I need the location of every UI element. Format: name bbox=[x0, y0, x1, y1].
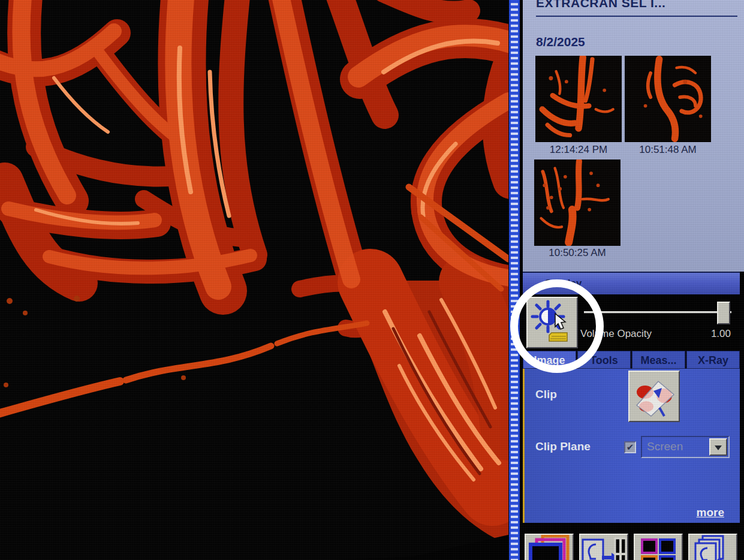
checkmark-icon: ✔ bbox=[626, 442, 634, 452]
cascade-viewports-button[interactable] bbox=[525, 534, 574, 560]
image-tab-panel: Clip Clip Plane ✔ Screen more bbox=[523, 369, 740, 523]
volume-render-viewport[interactable] bbox=[0, 0, 508, 560]
series-thumbnail-2[interactable] bbox=[625, 56, 711, 142]
thumbnail-timestamp: 12:14:24 PM bbox=[531, 144, 626, 156]
more-link[interactable]: more bbox=[697, 506, 724, 519]
splitter-line bbox=[518, 0, 520, 560]
grid-2x2-viewports-button[interactable] bbox=[634, 534, 683, 560]
thumbnail-timestamp: 10:50:25 AM bbox=[529, 247, 625, 259]
angiogram-volume-render bbox=[0, 0, 508, 560]
study-date: 8/2/2025 bbox=[536, 35, 585, 49]
angiogram-thumbnail-icon bbox=[535, 56, 622, 142]
volume-opacity-value: 1.00 bbox=[711, 328, 731, 340]
series-thumbnail-1[interactable] bbox=[535, 56, 622, 142]
divider bbox=[536, 16, 737, 17]
clip-plane-dropdown-value: Screen bbox=[647, 440, 683, 453]
clip-plane-dropdown[interactable]: Screen bbox=[641, 436, 730, 458]
splitter-dotted-handle bbox=[511, 0, 518, 560]
clip-plane-checkbox[interactable]: ✔ bbox=[624, 441, 636, 453]
workstation-screen: EXTRACRAN SEL I... 8/2/2025 bbox=[0, 0, 744, 560]
clip-volume-button[interactable] bbox=[628, 371, 680, 422]
series-list-title: EXTRACRAN SEL I... bbox=[536, 0, 665, 10]
clip-plane-label: Clip Plane bbox=[535, 440, 591, 453]
angiogram-thumbnail-icon bbox=[534, 159, 620, 246]
export-series-button[interactable] bbox=[688, 534, 737, 560]
dropdown-arrow-icon[interactable] bbox=[709, 438, 727, 456]
send-head-to-grid-button[interactable] bbox=[579, 534, 628, 560]
series-list-section: EXTRACRAN SEL I... 8/2/2025 bbox=[523, 0, 744, 272]
send-head-to-grid-layout-icon bbox=[580, 535, 627, 560]
panel-splitter[interactable] bbox=[508, 0, 523, 560]
clip-label: Clip bbox=[535, 388, 557, 401]
annotation-circle-highlight bbox=[510, 279, 604, 373]
series-thumbnail-3[interactable] bbox=[534, 159, 620, 246]
volume-opacity-slider-track[interactable] bbox=[584, 311, 731, 314]
grid-2x2-viewports-icon bbox=[635, 535, 682, 560]
thumbnail-timestamp: 10:51:48 AM bbox=[620, 144, 716, 156]
layout-toolbar bbox=[525, 534, 744, 560]
angiogram-thumbnail-icon bbox=[625, 56, 711, 142]
export-series-stack-icon bbox=[689, 535, 736, 560]
volume-opacity-slider-handle[interactable] bbox=[717, 302, 730, 324]
cascade-viewports-icon bbox=[526, 535, 573, 560]
clip-volume-icon bbox=[629, 372, 679, 421]
tab-xray[interactable]: X-Ray bbox=[686, 351, 740, 369]
tab-meas[interactable]: Meas... bbox=[632, 351, 685, 369]
